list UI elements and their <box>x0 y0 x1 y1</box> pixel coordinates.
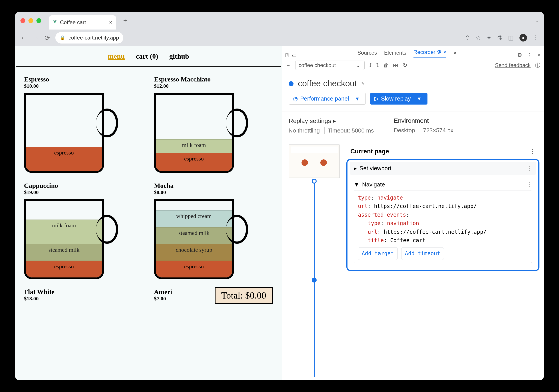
maximize-window-icon[interactable] <box>37 18 41 23</box>
flask-icon: ⚗ <box>437 49 442 57</box>
step-details: type: navigate url: https://coffee-cart.… <box>354 190 532 263</box>
timeline <box>282 141 346 380</box>
recorder-toolbar: ＋ coffee checkout ⌄ ⤴ ⤵ 🗑 ⏭ ↻ Send feedb… <box>282 58 544 72</box>
chevron-down-icon: ⌄ <box>356 62 360 68</box>
product-card[interactable]: Espresso Macchiato $12.00 milk foam espr… <box>154 75 273 173</box>
settings-icon[interactable]: ⚙ <box>517 52 522 58</box>
recording-title: coffee checkout <box>298 79 357 88</box>
share-icon[interactable]: ⇪ <box>465 34 470 41</box>
delete-icon[interactable]: 🗑 <box>383 62 389 68</box>
replay-settings-title[interactable]: Replay settings ▸ <box>289 117 374 125</box>
gauge-icon: ◔ <box>293 95 298 102</box>
timeline-node <box>312 278 317 283</box>
edit-icon[interactable]: ✎ <box>361 81 364 86</box>
url-text: coffee-cart.netlify.app <box>68 35 119 41</box>
step-navigate[interactable]: ▼ Navigate ⋮ type: navigate url: https:/… <box>350 179 536 266</box>
close-window-icon[interactable] <box>20 18 25 23</box>
add-timeout-button[interactable]: Add timeout <box>401 247 444 260</box>
cup-illustration: milk foam steamed milk espresso <box>24 199 122 279</box>
profile-avatar[interactable]: ● <box>520 34 527 42</box>
add-target-button[interactable]: Add target <box>358 247 398 260</box>
kebab-icon[interactable]: ⋮ <box>527 52 532 58</box>
loop-icon[interactable]: ↻ <box>403 62 407 68</box>
timeline-node <box>312 179 317 184</box>
product-price: $8.00 <box>154 189 273 195</box>
layer-steamed-milk: steamed milk <box>26 244 102 261</box>
product-card[interactable]: Cappuccino $19.00 milk foam steamed milk… <box>24 182 143 279</box>
product-price: $10.00 <box>24 83 143 89</box>
omnibox[interactable]: 🔒 coffee-cart.netlify.app <box>55 32 123 44</box>
tab-sources[interactable]: Sources <box>357 50 377 58</box>
kebab-icon[interactable]: ⋮ <box>529 148 535 155</box>
close-devtools-icon[interactable]: × <box>537 52 540 58</box>
back-button[interactable]: ← <box>20 34 27 42</box>
chevron-down-icon[interactable]: ▾ <box>415 95 423 102</box>
nav-menu[interactable]: menu <box>108 52 125 60</box>
inspect-icon[interactable]: ⍰ <box>286 52 289 58</box>
import-icon[interactable]: ⤵ <box>376 62 379 68</box>
bookmark-icon[interactable]: ☆ <box>476 34 481 41</box>
cart-total[interactable]: Total: $0.00 <box>215 287 273 304</box>
performance-panel-button[interactable]: ◔ Performance panel ▾ <box>289 93 366 105</box>
more-tabs[interactable]: » <box>454 50 456 58</box>
layer-espresso: espresso <box>26 261 102 277</box>
browser-tab[interactable]: Coffee cart × <box>49 15 116 29</box>
product-card[interactable]: Flat White $18.00 <box>24 288 143 302</box>
chevron-right-icon: ▸ <box>333 117 336 124</box>
nav-cart[interactable]: cart (0) <box>136 52 158 60</box>
chevron-right-icon: ▶ <box>354 166 357 171</box>
timeout-value: Timeout: 5000 ms <box>324 127 374 134</box>
site-nav: menu cart (0) github <box>16 47 281 67</box>
sidepanel-icon[interactable]: ◫ <box>508 34 514 41</box>
recording-select[interactable]: coffee checkout ⌄ <box>295 61 365 70</box>
product-name: Mocha <box>154 182 273 189</box>
titlebar: Coffee cart × + ⌄ <box>15 12 544 29</box>
recording-dot-icon <box>289 81 293 86</box>
close-tab-icon[interactable]: × <box>443 49 446 57</box>
chevron-down-icon: ▼ <box>354 181 360 188</box>
tab-close-icon[interactable]: × <box>109 19 112 26</box>
browser-window: Coffee cart × + ⌄ ← → ⟳ 🔒 coffee-cart.ne… <box>15 12 544 380</box>
export-icon[interactable]: ⤴ <box>369 62 372 68</box>
kebab-icon[interactable]: ⋮ <box>526 181 532 188</box>
new-recording-icon[interactable]: ＋ <box>286 62 291 69</box>
layer-choc: chocolate syrup <box>156 244 232 261</box>
forward-button[interactable]: → <box>32 34 39 42</box>
device-toggle-icon[interactable]: ▭ <box>292 52 297 58</box>
layer-espresso: espresso <box>156 153 232 171</box>
step-set-viewport[interactable]: ▶ Set viewport ⋮ <box>350 162 536 175</box>
devtools-tabs: ⍰ ▭ Sources Elements Recorder ⚗ × » ⚙ ⋮ … <box>282 46 544 58</box>
tab-recorder[interactable]: Recorder ⚗ × <box>413 49 446 58</box>
play-icon: ▷ <box>374 95 379 102</box>
viewport-value: 723×574 px <box>420 127 454 134</box>
reload-button[interactable]: ⟳ <box>45 34 50 42</box>
help-icon[interactable]: ⓘ <box>535 62 540 69</box>
recording-header: coffee checkout ✎ <box>282 72 544 93</box>
cup-illustration: whipped cream steamed milk chocolate syr… <box>154 199 252 279</box>
tabs-menu-icon[interactable]: ⌄ <box>535 18 539 23</box>
product-card[interactable]: Mocha $8.00 whipped cream steamed milk c… <box>154 182 273 279</box>
send-feedback-link[interactable]: Send feedback <box>495 62 531 68</box>
step-icon[interactable]: ⏭ <box>393 62 398 68</box>
vue-favicon-icon <box>53 20 57 25</box>
chrome-menu-icon[interactable]: ⋮ <box>533 34 539 41</box>
step-thumbnail[interactable] <box>289 144 340 178</box>
layer-whipped-cream: whipped cream <box>156 210 232 227</box>
nav-github[interactable]: github <box>169 52 189 60</box>
environment-title: Environment <box>394 117 454 124</box>
chevron-down-icon[interactable]: ▾ <box>353 95 362 102</box>
new-tab-button[interactable]: + <box>123 17 127 24</box>
product-name: Cappuccino <box>24 182 143 189</box>
replay-settings: Replay settings ▸ No throttling Timeout:… <box>282 111 544 141</box>
labs-icon[interactable]: ⚗ <box>497 34 502 41</box>
replay-button[interactable]: ▷ Slow replay ▾ <box>370 93 428 105</box>
kebab-icon[interactable]: ⋮ <box>526 165 532 172</box>
product-card[interactable]: Espresso $10.00 espresso <box>24 75 143 173</box>
device-value: Desktop <box>394 127 415 134</box>
steps-area: Current page ⋮ ▶ Set viewport ⋮ ▼ Navi <box>282 141 544 380</box>
extensions-icon[interactable]: ✦ <box>487 34 492 41</box>
minimize-window-icon[interactable] <box>28 18 33 23</box>
step-current-page[interactable]: Current page ⋮ <box>346 144 540 158</box>
product-price: $18.00 <box>24 296 143 302</box>
tab-elements[interactable]: Elements <box>384 50 406 58</box>
